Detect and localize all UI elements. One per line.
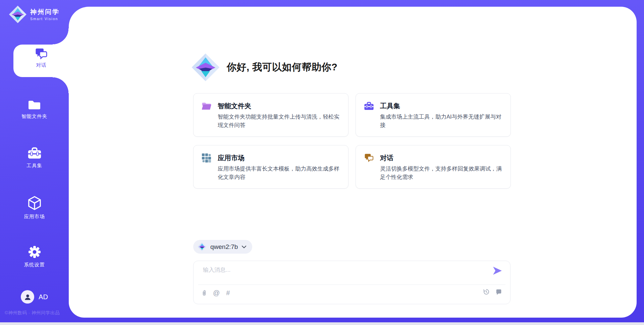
card-app-market[interactable]: 应用市场 应用市场提供丰富长文本模板，助力高效生成多样化文章内容	[193, 145, 348, 189]
model-selector[interactable]: qwen2:7b	[193, 240, 252, 254]
folder-open-icon	[202, 101, 218, 111]
history-icon[interactable]	[483, 288, 490, 295]
active-tab-curve-top	[53, 28, 69, 45]
card-title: 对话	[380, 152, 502, 163]
sidebar-item-app-market[interactable]: 应用市场	[0, 196, 69, 220]
sidebar-item-chat[interactable]: 对话	[13, 48, 69, 68]
model-name: qwen2:7b	[210, 243, 238, 251]
composer-divider	[198, 284, 505, 285]
card-title: 应用市场	[218, 152, 340, 163]
window-bottom-edge	[0, 322, 644, 325]
brand-logo: 神州问学 Smart Vision	[9, 5, 60, 23]
composer-tools-right	[483, 288, 502, 295]
message-composer: @ #	[193, 261, 511, 304]
chat-bubble-icon[interactable]	[495, 288, 502, 295]
sidebar-footer: ©神州数码 · 神州问学出品	[5, 310, 60, 316]
hash-icon[interactable]: #	[226, 288, 230, 297]
cube-grid-icon	[202, 152, 218, 163]
feature-cards: 智能文件夹 智能文件夹功能支持批量文件上传与清洗，轻松实现文件问答 工具集 集成…	[193, 93, 511, 189]
active-tab-curve-bottom	[53, 77, 69, 93]
cube-icon	[28, 196, 42, 210]
sidebar-item-smart-folder[interactable]: 智能文件夹	[0, 99, 69, 120]
card-toolset[interactable]: 工具集 集成市场上主流工具，助力AI与外界无缝扩展与对接	[356, 93, 511, 137]
gem-logo-icon	[198, 242, 207, 251]
gear-icon	[28, 245, 41, 259]
card-description: 灵活切换多模型文件，支持多样回复效果调试，满足个性化需求	[380, 165, 502, 181]
toolbox-icon	[28, 147, 42, 159]
paperclip-icon[interactable]	[202, 289, 207, 297]
card-title: 智能文件夹	[218, 101, 340, 111]
message-input[interactable]	[202, 265, 484, 282]
chevron-down-icon	[241, 245, 247, 249]
app-window: 神州问学 Smart Vision 对话 智能文件夹 工具集	[0, 0, 644, 325]
card-description: 智能文件夹功能支持批量文件上传与清洗，轻松实现文件问答	[218, 113, 340, 129]
person-icon	[24, 293, 32, 301]
card-smart-folder[interactable]: 智能文件夹 智能文件夹功能支持批量文件上传与清洗，轻松实现文件问答	[193, 93, 348, 137]
avatar	[21, 290, 34, 304]
folder-icon	[28, 99, 41, 110]
sidebar-item-label: 系统设置	[24, 262, 45, 268]
chat-double-icon	[364, 152, 380, 163]
card-description: 应用市场提供丰富长文本模板，助力高效生成多样化文章内容	[218, 165, 340, 181]
gem-logo-icon	[191, 53, 220, 82]
card-chat[interactable]: 对话 灵活切换多模型文件，支持多样回复效果调试，满足个性化需求	[356, 145, 511, 189]
at-icon[interactable]: @	[213, 288, 220, 297]
composer-tools-left: @ #	[202, 288, 230, 297]
brand-subtitle: Smart Vision	[30, 17, 60, 21]
sidebar-item-label: 智能文件夹	[21, 113, 48, 120]
gem-logo-icon	[9, 5, 27, 23]
user-account[interactable]: AD	[0, 290, 69, 304]
greeting-block: 你好, 我可以如何帮助你?	[191, 53, 337, 82]
card-description: 集成市场上主流工具，助力AI与外界无缝扩展与对接	[380, 113, 502, 129]
greeting-title: 你好, 我可以如何帮助你?	[227, 61, 337, 74]
sidebar-item-settings[interactable]: 系统设置	[0, 245, 69, 268]
sidebar-item-label: 应用市场	[24, 213, 45, 220]
sidebar-item-label: 工具集	[26, 162, 42, 169]
sidebar-item-toolset[interactable]: 工具集	[0, 147, 69, 169]
sidebar-item-label: 对话	[36, 62, 47, 68]
send-icon[interactable]	[492, 266, 503, 275]
brand-name: 神州问学	[30, 8, 60, 16]
toolbox-icon	[364, 101, 380, 111]
card-title: 工具集	[380, 101, 502, 111]
user-initials: AD	[39, 293, 48, 301]
chat-double-icon	[35, 48, 48, 60]
